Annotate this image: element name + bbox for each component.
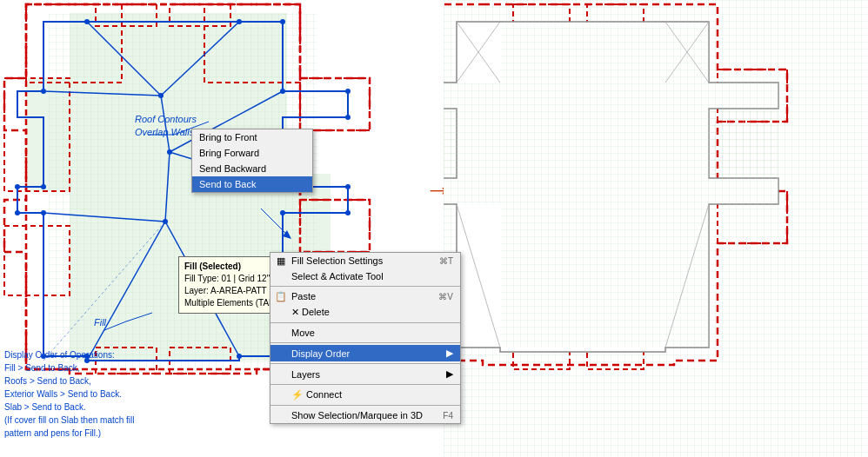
instructions-line1: Display Order of Operations: — [4, 348, 135, 361]
menu-item-delete[interactable]: ✕ Delete — [270, 304, 460, 321]
submenu-send-to-back[interactable]: Send to Back — [192, 176, 312, 192]
instructions: Display Order of Operations: Fill > Send… — [4, 348, 135, 440]
svg-point-29 — [280, 89, 285, 94]
submenu-bring-forward[interactable]: Bring Forward — [192, 145, 312, 161]
svg-point-38 — [41, 89, 46, 94]
main-container: Roof Contours Overlap Walls Fill → — [0, 0, 868, 457]
menu-item-display-order[interactable]: Display Order ▶ — [270, 345, 460, 361]
display-order-submenu: Bring to Front Bring Forward Send Backwa… — [191, 129, 313, 193]
menu-item-paste[interactable]: 📋 Paste ⌘V — [270, 288, 460, 304]
separator-5 — [270, 384, 460, 385]
svg-point-33 — [237, 354, 242, 359]
svg-point-48 — [345, 210, 351, 215]
separator-2 — [270, 322, 460, 323]
svg-point-36 — [41, 210, 46, 215]
roof-contours-label: Roof Contours Overlap Walls — [135, 113, 197, 140]
svg-point-47 — [345, 184, 351, 189]
svg-point-46 — [345, 115, 351, 120]
submenu-arrow: ▶ — [446, 348, 453, 359]
menu-item-connect[interactable]: ⚡ Connect — [270, 387, 460, 403]
separator-1 — [270, 286, 460, 287]
menu-item-show-3d[interactable]: Show Selection/Marquee in 3D F4 — [270, 407, 460, 423]
menu-item-move[interactable]: Move — [270, 325, 460, 341]
svg-point-45 — [345, 89, 351, 94]
submenu-send-backward[interactable]: Send Backward — [192, 161, 312, 176]
instructions-line2: Fill > Send to Back, — [4, 361, 135, 374]
separator-3 — [270, 342, 460, 343]
separator-4 — [270, 363, 460, 364]
instructions-line5: Slab > Send to Back. — [4, 401, 135, 414]
layers-submenu-arrow: ▶ — [446, 368, 453, 380]
fill-label: Fill — [94, 317, 106, 328]
svg-point-31 — [280, 210, 285, 215]
svg-point-41 — [167, 149, 172, 155]
menu-item-fill-selection[interactable]: ▦ Fill Selection Settings ⌘T — [270, 253, 460, 268]
instructions-line4: Exterior Walls > Send to Back. — [4, 387, 135, 401]
svg-point-27 — [237, 19, 242, 24]
svg-point-43 — [15, 184, 20, 189]
svg-point-42 — [163, 219, 168, 224]
svg-point-28 — [280, 19, 285, 24]
instructions-line3: Roofs > Send to Back, — [4, 374, 135, 387]
paste-icon: 📋 — [274, 291, 288, 302]
menu-item-layers[interactable]: Layers ▶ — [270, 366, 460, 382]
right-diagram — [444, 0, 868, 457]
instructions-line7: pattern and pens for Fill.) — [4, 427, 135, 440]
menu-item-select-activate[interactable]: Select & Activate Tool — [270, 268, 460, 284]
grid-icon: ▦ — [274, 255, 288, 267]
context-menu: ▦ Fill Selection Settings ⌘T Select & Ac… — [270, 252, 461, 424]
svg-point-40 — [158, 93, 164, 98]
svg-point-37 — [41, 184, 46, 189]
instructions-line6: (If cover fill on Slab then match fill — [4, 414, 135, 427]
separator-6 — [270, 405, 460, 406]
submenu-bring-front[interactable]: Bring to Front — [192, 129, 312, 145]
svg-point-44 — [15, 210, 20, 215]
svg-point-26 — [84, 19, 90, 24]
